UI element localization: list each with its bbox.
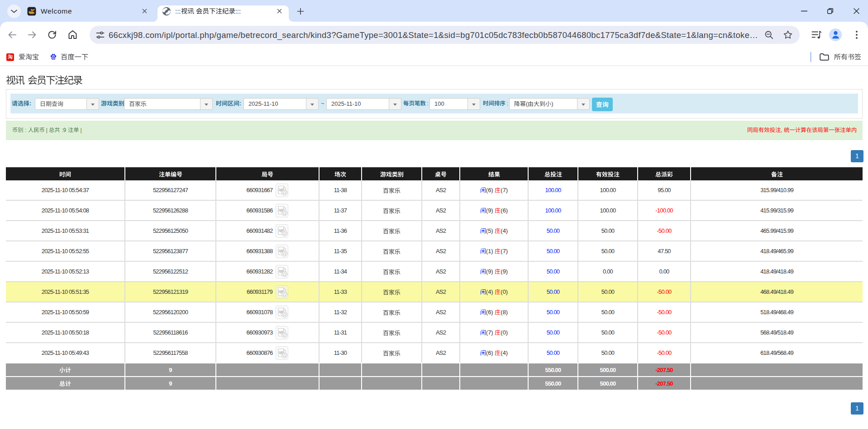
- svg-text:du: du: [52, 57, 55, 59]
